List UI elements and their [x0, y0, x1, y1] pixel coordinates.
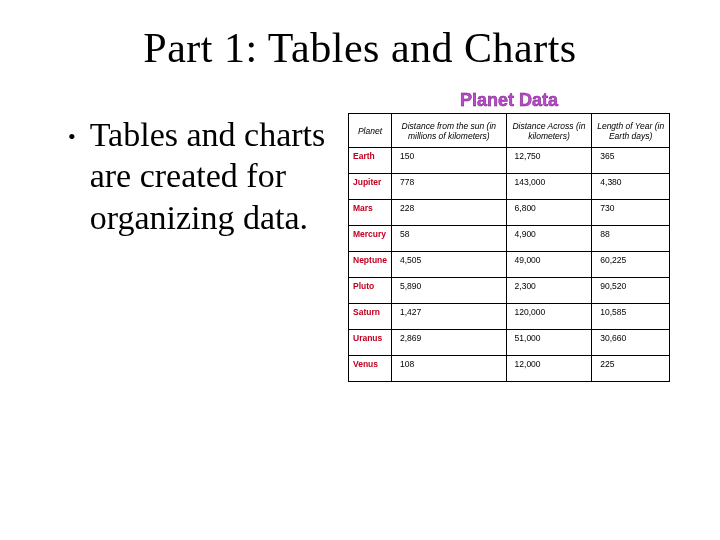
bullet-column: • Tables and charts are created for orga… [50, 90, 330, 238]
cell-value: 90,520 [592, 278, 670, 304]
cell-planet: Earth [349, 148, 392, 174]
cell-planet: Mars [349, 200, 392, 226]
bullet-text: Tables and charts are created for organi… [90, 114, 330, 238]
cell-planet: Neptune [349, 252, 392, 278]
table-row: Venus10812,000225 [349, 356, 670, 382]
cell-value: 60,225 [592, 252, 670, 278]
cell-value: 30,660 [592, 330, 670, 356]
cell-value: 10,585 [592, 304, 670, 330]
cell-value: 778 [392, 174, 507, 200]
slide: Part 1: Tables and Charts • Tables and c… [0, 0, 720, 540]
cell-value: 228 [392, 200, 507, 226]
col-planet: Planet [349, 114, 392, 148]
cell-value: 6,800 [506, 200, 592, 226]
cell-value: 88 [592, 226, 670, 252]
cell-value: 4,505 [392, 252, 507, 278]
cell-value: 2,300 [506, 278, 592, 304]
table-row: Saturn1,427120,00010,585 [349, 304, 670, 330]
cell-value: 120,000 [506, 304, 592, 330]
col-distance-sun: Distance from the sun (in millions of ki… [392, 114, 507, 148]
table-row: Pluto5,8902,30090,520 [349, 278, 670, 304]
cell-planet: Jupiter [349, 174, 392, 200]
table-row: Mars2286,800730 [349, 200, 670, 226]
planet-table: Planet Distance from the sun (in million… [348, 113, 670, 382]
cell-value: 225 [592, 356, 670, 382]
cell-value: 12,000 [506, 356, 592, 382]
cell-value: 12,750 [506, 148, 592, 174]
table-column: Planet Data Planet Distance from the sun… [348, 90, 670, 382]
cell-value: 5,890 [392, 278, 507, 304]
table-row: Uranus2,86951,00030,660 [349, 330, 670, 356]
cell-value: 1,427 [392, 304, 507, 330]
cell-value: 4,900 [506, 226, 592, 252]
cell-value: 108 [392, 356, 507, 382]
bullet-icon: • [68, 124, 76, 238]
cell-value: 143,000 [506, 174, 592, 200]
cell-planet: Saturn [349, 304, 392, 330]
table-title: Planet Data [348, 90, 670, 111]
cell-value: 730 [592, 200, 670, 226]
cell-planet: Mercury [349, 226, 392, 252]
col-distance-across: Distance Across (in kilometers) [506, 114, 592, 148]
table-row: Jupiter778143,0004,380 [349, 174, 670, 200]
content-area: • Tables and charts are created for orga… [50, 90, 670, 382]
cell-value: 150 [392, 148, 507, 174]
table-header-row: Planet Distance from the sun (in million… [349, 114, 670, 148]
cell-value: 365 [592, 148, 670, 174]
bullet-item: • Tables and charts are created for orga… [68, 114, 330, 238]
cell-planet: Venus [349, 356, 392, 382]
cell-planet: Uranus [349, 330, 392, 356]
cell-value: 2,869 [392, 330, 507, 356]
table-row: Neptune4,50549,00060,225 [349, 252, 670, 278]
col-year-length: Length of Year (in Earth days) [592, 114, 670, 148]
table-row: Mercury584,90088 [349, 226, 670, 252]
cell-value: 49,000 [506, 252, 592, 278]
cell-planet: Pluto [349, 278, 392, 304]
page-title: Part 1: Tables and Charts [50, 24, 670, 72]
cell-value: 4,380 [592, 174, 670, 200]
table-row: Earth15012,750365 [349, 148, 670, 174]
cell-value: 58 [392, 226, 507, 252]
cell-value: 51,000 [506, 330, 592, 356]
